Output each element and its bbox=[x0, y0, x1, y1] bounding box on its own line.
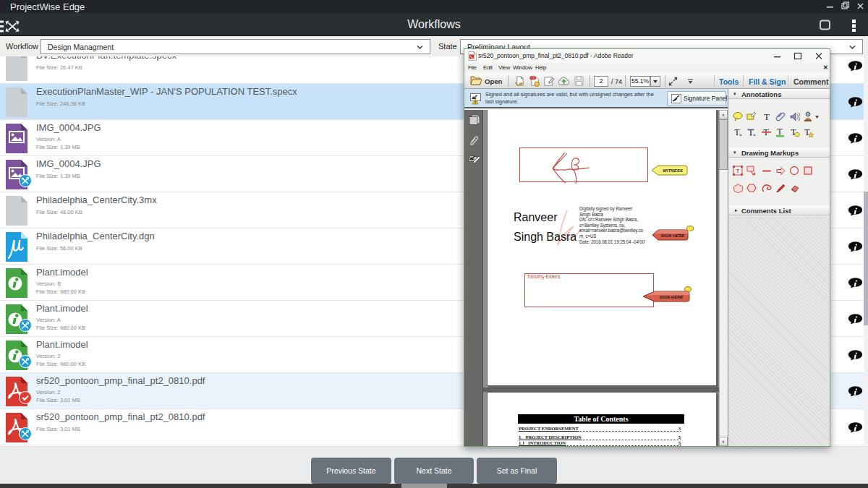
svg-text:T: T bbox=[736, 168, 740, 174]
svg-text:SIGN HERE: SIGN HERE bbox=[660, 234, 685, 238]
svg-text:T: T bbox=[764, 111, 770, 122]
svg-text:WITNESS: WITNESS bbox=[663, 168, 682, 173]
svg-text:SIGN HERE: SIGN HERE bbox=[659, 295, 684, 299]
